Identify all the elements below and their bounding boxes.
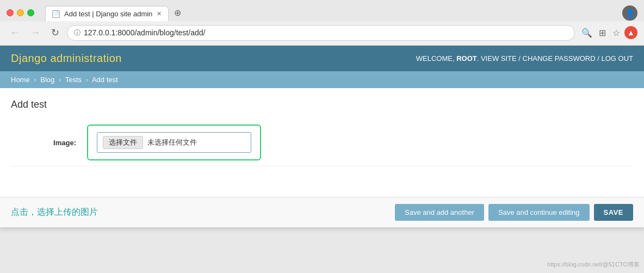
breadcrumb-sep-2: › (59, 76, 61, 84)
page-title: Add test (11, 99, 633, 110)
save-button[interactable]: SAVE (594, 204, 633, 221)
admin-nav-right: WELCOME, ROOT. VIEW SITE / CHANGE PASSWO… (416, 54, 633, 63)
image-label: Image: (11, 139, 87, 147)
bookmark-button[interactable]: ☆ (610, 26, 622, 40)
breadcrumb-sep-1: › (34, 76, 36, 84)
active-tab[interactable]: 📄 Add test | Django site admin ✕ (45, 6, 169, 21)
breadcrumb-home[interactable]: Home (11, 76, 30, 84)
submit-hint[interactable]: 点击，选择上传的图片 (11, 207, 395, 218)
url-bar[interactable]: ⓘ 127.0.0.1:8000/admin/blog/test/add/ (67, 25, 575, 41)
tabs-bar: 📄 Add test | Django site admin ✕ ⊕ (45, 4, 187, 21)
browser-actions: 🔍 ⊞ ☆ ▲ (579, 26, 637, 40)
django-admin: Django administration WELCOME, ROOT. VIE… (0, 46, 644, 227)
admin-title: Django administration (11, 52, 122, 65)
browser-chrome: 📄 Add test | Django site admin ✕ ⊕ 👤 ← →… (0, 0, 644, 46)
welcome-text: WELCOME, (416, 54, 456, 63)
change-password-link[interactable]: CHANGE PASSWORD (523, 54, 596, 63)
save-continue-button[interactable]: Save and continue editing (488, 204, 590, 221)
url-text: 127.0.0.1:8000/admin/blog/test/add/ (84, 28, 568, 37)
log-out-link[interactable]: LOG OUT (601, 54, 633, 63)
submit-buttons: Save and add another Save and continue e… (395, 204, 633, 221)
breadcrumb-blog[interactable]: Blog (40, 76, 54, 84)
admin-user: ROOT (456, 54, 477, 63)
lock-icon: ⓘ (74, 28, 81, 38)
translate-button[interactable]: ⊞ (597, 26, 608, 40)
tab-close-button[interactable]: ✕ (157, 10, 162, 17)
choose-file-button[interactable]: 选择文件 (103, 136, 143, 149)
minimize-button[interactable] (17, 9, 24, 16)
reload-button[interactable]: ↻ (48, 24, 63, 41)
traffic-lights (7, 9, 34, 16)
breadcrumb-bar: Home › Blog › Tests › Add test (0, 71, 644, 88)
search-button[interactable]: 🔍 (579, 26, 595, 40)
save-add-another-button[interactable]: Save and add another (395, 204, 484, 221)
new-tab-button[interactable]: ⊕ (169, 4, 187, 21)
submit-row: 点击，选择上传的图片 Save and add another Save and… (0, 197, 644, 227)
close-button[interactable] (7, 9, 14, 16)
back-button[interactable]: ← (7, 25, 23, 41)
forward-button[interactable]: → (27, 25, 44, 41)
file-input-highlight: 选择文件 未选择任何文件 (87, 125, 261, 160)
image-form-row: Image: 选择文件 未选择任何文件 (11, 119, 633, 166)
separator-1: / (518, 54, 522, 63)
breadcrumb-sep-3: › (86, 76, 88, 84)
title-bar: 📄 Add test | Django site admin ✕ ⊕ 👤 (0, 0, 644, 21)
view-site-link[interactable]: VIEW SITE (481, 54, 517, 63)
form-section: Image: 选择文件 未选择任何文件 (11, 119, 633, 166)
breadcrumb-current: Add test (92, 76, 118, 84)
watermark: https://blog.csdn.net/@51CTO博客 (547, 260, 640, 269)
profile-icon[interactable]: 👤 (622, 5, 637, 21)
content-area: Add test Image: 选择文件 未选择任何文件 (0, 88, 644, 197)
browser-window: 📄 Add test | Django site admin ✕ ⊕ 👤 ← →… (0, 0, 644, 227)
extension-button[interactable]: ▲ (624, 26, 637, 39)
file-name-display: 未选择任何文件 (147, 138, 245, 147)
file-input-inner: 选择文件 未选择任何文件 (97, 132, 251, 153)
page-wrapper: 📄 Add test | Django site admin ✕ ⊕ 👤 ← →… (0, 0, 644, 273)
address-bar: ← → ↻ ⓘ 127.0.0.1:8000/admin/blog/test/a… (0, 21, 644, 45)
maximize-button[interactable] (27, 9, 34, 16)
tab-favicon: 📄 (52, 10, 60, 18)
tab-label: Add test | Django site admin (64, 10, 152, 18)
breadcrumb-tests[interactable]: Tests (65, 76, 82, 84)
form-field-container: 选择文件 未选择任何文件 (87, 125, 633, 160)
admin-header: Django administration WELCOME, ROOT. VIE… (0, 46, 644, 71)
